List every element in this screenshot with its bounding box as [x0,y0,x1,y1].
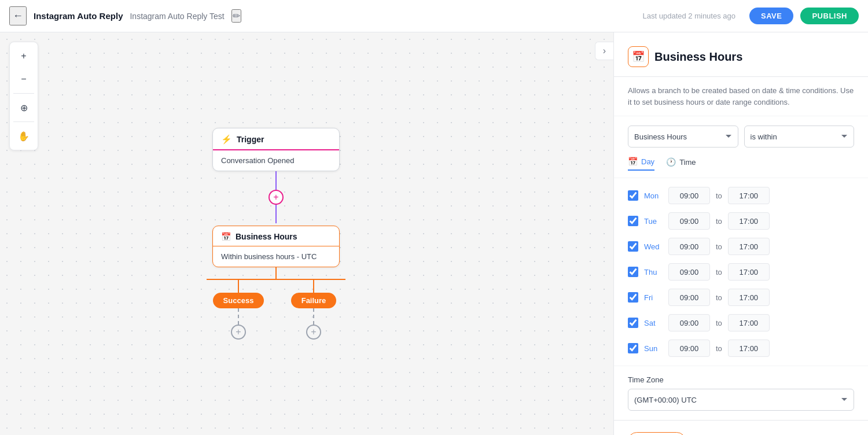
branch-dashed-success [238,308,239,325]
plus-icon: + [273,192,278,202]
chevron-right-icon: › [603,46,606,56]
save-button[interactable]: SAVE [749,8,793,24]
time-from-wed[interactable]: 09:00 [668,238,710,255]
last-updated: Last updated 2 minutes ago [643,12,735,20]
fit-button[interactable]: ⊕ [13,97,34,118]
trigger-node-header: ⚡ Trigger [213,128,339,150]
delete-button[interactable]: DELETE [628,432,686,435]
within-dropdown[interactable]: is within is not within [744,126,855,148]
flow-name: Instagram Auto Reply Test [130,12,224,21]
panel-header: 📅 Business Hours [614,32,868,77]
failure-button[interactable]: Failure [291,293,337,308]
edit-button[interactable]: ✏ [231,9,241,23]
to-label: to [716,242,722,251]
business-hours-icon: 📅 [221,232,231,241]
time-to-fri[interactable]: 17:00 [728,289,770,306]
schedule-row: Mon09:00to17:00 [628,183,854,208]
panel-description: Allows a branch to be created based on d… [614,77,868,116]
canvas-toolbar: + − ⊕ ✋ [9,42,38,150]
to-label: to [716,319,722,327]
schedule-checkbox-mon[interactable] [628,190,638,201]
canvas[interactable]: + − ⊕ ✋ › ⚡ Trigger Conversation Open [0,32,613,435]
trigger-node[interactable]: ⚡ Trigger Conversation Opened [212,128,340,171]
business-hours-node[interactable]: 📅 Business Hours Within business hours -… [212,226,340,267]
time-to-sun[interactable]: 17:00 [728,340,770,357]
tab-time[interactable]: 🕐 Time [666,157,696,171]
back-button[interactable]: ← [9,6,27,25]
schedule-checkbox-wed[interactable] [628,241,638,252]
delete-section: DELETE [614,420,868,435]
hand-icon: ✋ [18,131,30,142]
header: ← Instagram Auto Reply Instagram Auto Re… [0,0,868,32]
trigger-icon: ⚡ [221,134,232,145]
branch-failure-side: Failure + [276,279,351,340]
schedule-checkbox-sat[interactable] [628,318,638,328]
day-time-tabs: 📅 Day 🕐 Time [614,157,868,178]
toolbar-divider-2 [13,121,34,122]
time-to-thu[interactable]: 17:00 [728,263,770,281]
time-to-wed[interactable]: 17:00 [728,238,770,255]
hand-tool-button[interactable]: ✋ [13,126,34,146]
timezone-label: Time Zone [628,375,854,384]
time-to-mon[interactable]: 17:00 [728,187,770,204]
crosshair-icon: ⊕ [20,102,28,113]
branch-line-h-container: Success + Failure + [201,279,351,340]
trigger-node-body: Conversation Opened [213,150,339,171]
condition-dropdown[interactable]: Business Hours Date Range [628,126,738,148]
to-label: to [716,191,722,200]
business-hours-body: Within business hours - UTC [213,246,339,267]
toolbar-divider [13,93,34,94]
publish-button[interactable]: PUBLISH [800,8,859,24]
time-from-thu[interactable]: 09:00 [668,263,710,281]
business-hours-title: Business Hours [236,232,297,241]
tab-day[interactable]: 📅 Day [628,157,654,171]
branch-container: Success + Failure + [201,267,351,340]
timezone-select[interactable]: (GMT+00:00) UTC (GMT-05:00) Eastern Time… [628,389,854,411]
time-from-mon[interactable]: 09:00 [668,187,710,204]
schedule-row: Thu09:00to17:00 [628,259,854,285]
add-node-success[interactable]: + [231,325,246,340]
schedule-day-label: Wed [644,242,663,251]
tab-day-label: Day [641,157,654,166]
zoom-out-button[interactable]: − [13,69,34,90]
trigger-title: Trigger [237,135,264,144]
schedule-checkbox-thu[interactable] [628,267,638,277]
time-from-tue[interactable]: 09:00 [668,212,710,230]
schedule-checkbox-sun[interactable] [628,343,638,353]
time-from-fri[interactable]: 09:00 [668,289,710,306]
schedule-checkbox-tue[interactable] [628,216,638,226]
time-from-sat[interactable]: 09:00 [668,314,710,331]
edit-icon: ✏ [233,11,240,21]
schedule-row: Sat09:00to17:00 [628,310,854,336]
calendar-icon: 📅 [632,50,645,63]
zoom-in-button[interactable]: + [13,46,34,67]
connector-line-1 [275,171,277,190]
branch-success-side: Success + [201,279,276,340]
schedule-checkbox-fri[interactable] [628,292,638,303]
schedule-day-label: Sun [644,344,663,353]
to-label: to [716,268,722,277]
condition-row: Business Hours Date Range is within is n… [614,116,868,157]
panel-header-icon: 📅 [628,46,649,67]
time-from-sun[interactable]: 09:00 [668,340,710,357]
schedule-day-label: Mon [644,191,663,200]
schedule-row: Sun09:00to17:00 [628,336,854,361]
panel-title: Business Hours [654,50,742,64]
branch-line-v [275,267,277,279]
back-icon: ← [13,10,23,22]
time-to-sat[interactable]: 17:00 [728,314,770,331]
panel-toggle-button[interactable]: › [595,42,613,60]
branch-dashed-failure [313,308,314,325]
flow-container: ⚡ Trigger Conversation Opened + 📅 Busine… [201,128,351,340]
schedule-day-label: Thu [644,268,663,277]
add-node-button-1[interactable]: + [269,190,284,205]
main-area: + − ⊕ ✋ › ⚡ Trigger Conversation Open [0,32,868,435]
to-label: to [716,293,722,302]
schedule-row: Fri09:00to17:00 [628,285,854,310]
schedule-day-label: Sat [644,319,663,327]
time-to-tue[interactable]: 17:00 [728,212,770,230]
success-button[interactable]: Success [213,293,264,308]
right-panel: 📅 Business Hours Allows a branch to be c… [613,32,868,435]
timezone-section: Time Zone (GMT+00:00) UTC (GMT-05:00) Ea… [614,366,868,420]
add-node-failure[interactable]: + [306,325,321,340]
